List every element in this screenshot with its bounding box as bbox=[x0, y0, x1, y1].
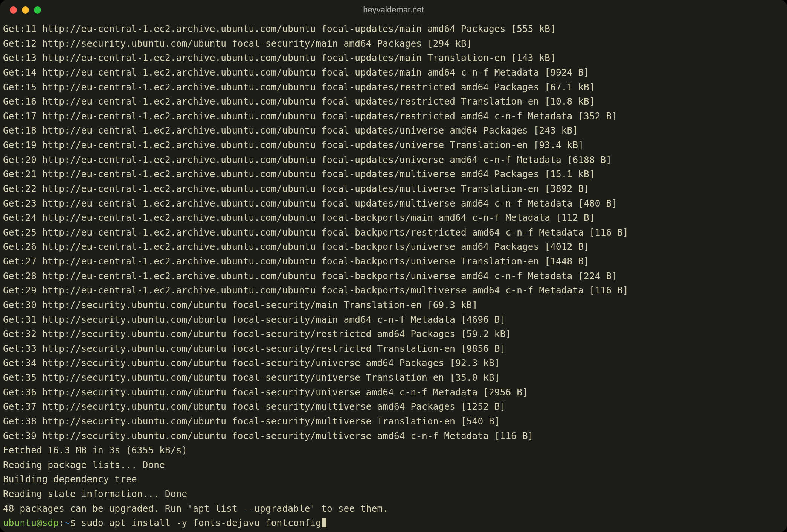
traffic-lights bbox=[0, 6, 41, 14]
command-input[interactable]: sudo apt install -y fonts-dejavu fontcon… bbox=[81, 517, 322, 528]
cursor-icon bbox=[322, 518, 326, 527]
close-icon[interactable] bbox=[10, 6, 17, 14]
minimize-icon[interactable] bbox=[22, 6, 29, 14]
terminal-window: heyvaldemar.net Get:11 http://eu-central… bbox=[0, 0, 787, 532]
prompt-symbol: $ bbox=[70, 517, 81, 528]
prompt-host: sdp bbox=[42, 517, 59, 528]
titlebar: heyvaldemar.net bbox=[0, 0, 787, 20]
prompt-colon: : bbox=[59, 517, 64, 528]
prompt-path: ~ bbox=[64, 517, 70, 528]
terminal-body[interactable]: Get:11 http://eu-central-1.ec2.archive.u… bbox=[0, 20, 787, 532]
zoom-icon[interactable] bbox=[34, 6, 41, 14]
terminal-output: Get:11 http://eu-central-1.ec2.archive.u… bbox=[3, 23, 628, 514]
window-title: heyvaldemar.net bbox=[0, 5, 787, 15]
prompt-user: ubuntu bbox=[3, 517, 37, 528]
prompt-at: @ bbox=[37, 517, 42, 528]
